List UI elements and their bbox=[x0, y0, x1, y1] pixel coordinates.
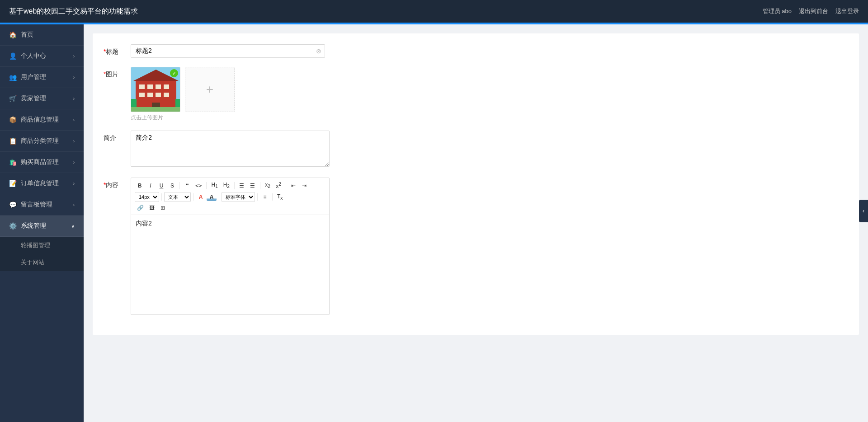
sidebar-item-banner-mgmt[interactable]: 轮播图管理 bbox=[0, 237, 84, 254]
sidebar-user-mgmt-label: 用户管理 bbox=[21, 73, 46, 81]
font-color-button[interactable]: A bbox=[196, 193, 206, 201]
image-button[interactable]: 🖼 bbox=[147, 204, 157, 212]
buy-mgmt-arrow-icon: › bbox=[73, 160, 75, 165]
sep-5 bbox=[286, 182, 286, 189]
sidebar-buy-mgmt-label: 购买商品管理 bbox=[21, 158, 59, 166]
order-mgmt-icon: 📝 bbox=[9, 180, 16, 187]
content-control-wrap: B I U S ❝ <> H1 H2 ☰ bbox=[131, 178, 848, 315]
editor-content[interactable]: 内容2 bbox=[131, 215, 329, 314]
sep-1 bbox=[179, 182, 180, 189]
strikethrough-button[interactable]: S bbox=[167, 182, 177, 190]
indent-left-button[interactable]: ⇤ bbox=[288, 182, 298, 190]
sys-mgmt-submenu: 轮播图管理 关于网站 bbox=[0, 237, 84, 271]
sidebar-item-profile[interactable]: 👤 个人中心 › bbox=[0, 46, 84, 67]
home-icon: 🏠 bbox=[9, 31, 16, 38]
italic-button[interactable]: I bbox=[146, 182, 156, 190]
rich-text-editor: B I U S ❝ <> H1 H2 ☰ bbox=[131, 178, 330, 315]
sep-7 bbox=[193, 193, 193, 201]
font-bgcolor-button[interactable]: A bbox=[207, 193, 217, 201]
h2-button[interactable]: H2 bbox=[221, 181, 232, 190]
form-container: *标题 ⊗ *图片 bbox=[93, 33, 859, 335]
link-button[interactable]: 🔗 bbox=[135, 204, 146, 212]
align-button[interactable]: ≡ bbox=[260, 193, 270, 201]
sys-mgmt-arrow-icon: ∧ bbox=[71, 224, 75, 229]
sidebar-item-goods-mgmt[interactable]: 📦 商品信息管理 › bbox=[0, 109, 84, 131]
text-style-select[interactable]: 文本 标题1 标题2 标题3 bbox=[164, 192, 191, 202]
sidebar-sys-mgmt-label: 系统管理 bbox=[21, 222, 46, 230]
sidebar-item-home[interactable]: 🏠 首页 bbox=[0, 24, 84, 46]
category-mgmt-icon: 📋 bbox=[9, 137, 16, 145]
indent-right-button[interactable]: ⇥ bbox=[299, 182, 309, 190]
right-panel-toggle[interactable]: ‹ bbox=[859, 200, 868, 222]
desc-control-wrap: 简介2 bbox=[131, 131, 848, 169]
title-label: *标题 bbox=[104, 44, 131, 56]
sidebar-item-category-mgmt[interactable]: 📋 商品分类管理 › bbox=[0, 131, 84, 152]
bold-button[interactable]: B bbox=[135, 182, 145, 190]
sep-9 bbox=[257, 193, 258, 201]
sep-6 bbox=[161, 193, 162, 201]
upload-hint: 点击上传图片 bbox=[131, 114, 848, 122]
sidebar-msg-mgmt-label: 留言板管理 bbox=[21, 201, 52, 209]
svg-rect-9 bbox=[164, 93, 169, 97]
sidebar-item-seller-mgmt[interactable]: 🛒 卖家管理 › bbox=[0, 88, 84, 109]
sep-2 bbox=[206, 182, 207, 189]
desc-textarea[interactable]: 简介2 bbox=[131, 131, 330, 167]
sep-3 bbox=[234, 182, 235, 189]
sep-10 bbox=[272, 193, 273, 201]
sep-4 bbox=[260, 182, 260, 189]
title-input[interactable] bbox=[131, 44, 325, 58]
title-row: *标题 ⊗ bbox=[104, 44, 848, 58]
sidebar-item-sys-mgmt[interactable]: ⚙️ 系统管理 ∧ bbox=[0, 216, 84, 237]
toolbar-row-2: 14px 12px 16px 18px 20px 文本 标题1 bbox=[135, 192, 326, 202]
sidebar-item-order-mgmt[interactable]: 📝 订单信息管理 › bbox=[0, 173, 84, 194]
desc-row: 简介 简介2 bbox=[104, 131, 848, 169]
svg-rect-13 bbox=[175, 99, 180, 108]
font-family-select[interactable]: 标准字体 宋体 黑体 楷体 bbox=[222, 192, 255, 202]
sidebar-goods-mgmt-label: 商品信息管理 bbox=[21, 116, 59, 124]
admin-label: 管理员 abo bbox=[763, 7, 792, 15]
sidebar-item-buy-mgmt[interactable]: 🛍️ 购买商品管理 › bbox=[0, 152, 84, 173]
sidebar-profile-label: 个人中心 bbox=[21, 52, 46, 60]
logout-button[interactable]: 退出登录 bbox=[835, 7, 859, 15]
table-button[interactable]: ⊞ bbox=[158, 204, 168, 212]
image-add-button[interactable]: + bbox=[185, 67, 235, 112]
msg-mgmt-icon: 💬 bbox=[9, 201, 16, 208]
sidebar-order-mgmt-label: 订单信息管理 bbox=[21, 179, 59, 188]
code-button[interactable]: <> bbox=[193, 182, 204, 190]
svg-rect-14 bbox=[131, 107, 180, 112]
superscript-button[interactable]: x2 bbox=[274, 181, 283, 190]
subscript-button[interactable]: x2 bbox=[263, 181, 273, 190]
svg-rect-12 bbox=[131, 99, 137, 108]
back-front-button[interactable]: 退出到前台 bbox=[799, 7, 828, 15]
order-mgmt-arrow-icon: › bbox=[73, 181, 75, 186]
app-title: 基于web的校园二手交易平台的功能需求 bbox=[9, 7, 138, 16]
sidebar-item-about-site[interactable]: 关于网站 bbox=[0, 254, 84, 271]
toolbar-row-3: 🔗 🖼 ⊞ bbox=[135, 204, 326, 212]
header-actions: 管理员 abo 退出到前台 退出登录 bbox=[763, 7, 859, 15]
title-input-wrap: ⊗ bbox=[131, 44, 848, 58]
editor-toolbar: B I U S ❝ <> H1 H2 ☰ bbox=[131, 178, 329, 215]
goods-mgmt-arrow-icon: › bbox=[73, 117, 75, 122]
category-mgmt-arrow-icon: › bbox=[73, 139, 75, 144]
svg-rect-6 bbox=[139, 93, 145, 97]
title-clear-icon[interactable]: ⊗ bbox=[316, 47, 321, 55]
msg-mgmt-arrow-icon: › bbox=[73, 202, 75, 207]
clear-format-button[interactable]: Tx bbox=[275, 192, 285, 202]
list-unordered-button[interactable]: ☰ bbox=[248, 182, 258, 190]
sep-8 bbox=[219, 193, 219, 201]
image-thumbnail[interactable]: ✓ bbox=[131, 67, 180, 112]
sidebar-item-msg-mgmt[interactable]: 💬 留言板管理 › bbox=[0, 194, 84, 216]
font-size-select[interactable]: 14px 12px 16px 18px 20px bbox=[135, 192, 159, 202]
svg-rect-2 bbox=[139, 84, 145, 89]
sys-mgmt-icon: ⚙️ bbox=[9, 222, 16, 230]
sidebar-item-user-mgmt[interactable]: 👥 用户管理 › bbox=[0, 67, 84, 88]
image-row: *图片 bbox=[104, 67, 848, 122]
quote-button[interactable]: ❝ bbox=[182, 182, 192, 190]
sidebar-seller-mgmt-label: 卖家管理 bbox=[21, 94, 46, 103]
h1-button[interactable]: H1 bbox=[209, 181, 220, 190]
seller-mgmt-icon: 🛒 bbox=[9, 95, 16, 102]
list-ordered-button[interactable]: ☰ bbox=[237, 182, 247, 190]
svg-rect-3 bbox=[147, 84, 153, 89]
svg-rect-4 bbox=[156, 84, 161, 89]
underline-button[interactable]: U bbox=[156, 182, 166, 190]
